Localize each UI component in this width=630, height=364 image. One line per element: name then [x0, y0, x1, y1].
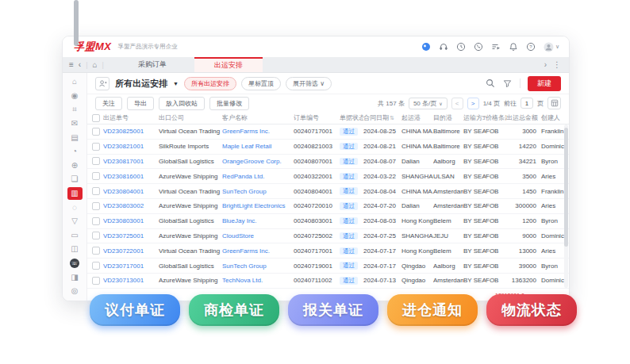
table-row[interactable]: VD230821001SilkRoute ImportsMaple Leaf R…: [87, 140, 569, 155]
cell-customer[interactable]: TechNova Ltd.: [222, 277, 294, 284]
cell-no[interactable]: VD230825001: [103, 128, 159, 135]
quick-pill-5[interactable]: 物流状态: [486, 294, 577, 326]
documents-icon[interactable]: ▭: [64, 228, 85, 243]
sort-icon[interactable]: ⇅: [390, 115, 394, 121]
table-row[interactable]: VD230803001GlobalSail LogisticsBlueJay I…: [87, 214, 569, 229]
panel-icon[interactable]: ◨: [64, 270, 85, 284]
prev-page-button[interactable]: <: [451, 98, 463, 109]
table-row[interactable]: VD230825001Virtual Ocean TradingGreenFar…: [87, 125, 569, 140]
cell-no[interactable]: VD230722001: [103, 247, 159, 255]
column-header[interactable]: 客户名称: [222, 113, 294, 122]
chat-icon[interactable]: ◌: [64, 200, 85, 214]
menu-icon[interactable]: ≡: [69, 60, 74, 69]
more-dots-icon[interactable]: ⋮: [553, 60, 561, 69]
cell-customer[interactable]: BrightLight Electronics: [222, 202, 294, 209]
cell-no[interactable]: VD230717001: [103, 262, 159, 270]
marketing-icon[interactable]: ▽: [64, 214, 85, 228]
action-button-3[interactable]: 放入回收站: [159, 97, 205, 110]
row-checkbox[interactable]: [92, 232, 100, 239]
view-title[interactable]: 所有出运安排: [115, 78, 167, 90]
quick-pill-3[interactable]: 报关单证: [288, 294, 378, 326]
column-header[interactable]: 价格条款: [486, 113, 506, 122]
column-header[interactable]: 运输方式: [463, 113, 486, 122]
select-all-checkbox[interactable]: [92, 114, 100, 122]
row-checkbox[interactable]: [92, 143, 100, 151]
back-chevron-icon[interactable]: ‹: [79, 60, 81, 69]
cell-customer[interactable]: RedPanda Ltd.: [222, 173, 294, 180]
column-settings-icon[interactable]: [547, 97, 561, 109]
row-checkbox[interactable]: [92, 202, 100, 210]
filter-pill-2[interactable]: 星标置顶: [241, 77, 281, 90]
column-header[interactable]: 创建人: [541, 113, 565, 122]
caret-down-icon[interactable]: ▼: [173, 81, 179, 86]
orders-icon[interactable]: ❏: [64, 172, 85, 186]
page-size-select[interactable]: 50 条/页∨: [409, 98, 448, 109]
scrollbar-thumb[interactable]: [564, 128, 568, 247]
column-header[interactable]: 出运单号: [103, 113, 159, 122]
view-person-icon[interactable]: [95, 77, 109, 90]
cell-customer[interactable]: GreenFarms Inc.: [222, 247, 294, 255]
compass-icon[interactable]: ◔: [64, 144, 85, 159]
cell-no[interactable]: VD230817001: [103, 158, 159, 165]
cell-no[interactable]: VD230804001: [103, 188, 159, 195]
row-checkbox[interactable]: [92, 277, 100, 285]
table-row[interactable]: VD230816001AzureWave ShippingRedPanda Lt…: [87, 169, 569, 184]
help-icon[interactable]: ?: [526, 42, 536, 52]
cell-no[interactable]: VD230803002: [103, 202, 159, 209]
row-checkbox[interactable]: [92, 217, 100, 225]
tab-2[interactable]: 出运安排: [194, 57, 263, 72]
phone-icon[interactable]: [474, 42, 484, 52]
column-header[interactable]: 订单编号: [294, 113, 340, 122]
quick-pill-1[interactable]: 议付单证: [90, 294, 180, 326]
cell-customer[interactable]: Maple Leaf Retail: [222, 143, 294, 150]
column-header[interactable]: 出运总金额: [506, 113, 541, 122]
cell-no[interactable]: VD230821001: [103, 143, 159, 150]
home-icon[interactable]: ⌂: [93, 60, 98, 69]
bell-icon[interactable]: [509, 42, 519, 52]
whatsapp-icon[interactable]: ☏: [64, 256, 85, 270]
mail-icon[interactable]: ✉: [64, 117, 85, 131]
cell-customer[interactable]: SunTech Group: [222, 188, 294, 195]
shipping-icon[interactable]: ▥: [64, 186, 85, 201]
record-icon[interactable]: ◎: [64, 284, 85, 298]
column-header[interactable]: 出口公司: [159, 113, 222, 122]
cell-no[interactable]: VD230725001: [103, 232, 159, 239]
table-row[interactable]: VD230817001GlobalSail LogisticsOrangeGro…: [87, 155, 569, 170]
headset-icon[interactable]: [439, 42, 449, 52]
action-button-1[interactable]: 关注: [95, 97, 122, 110]
cell-customer[interactable]: CloudStore: [222, 232, 294, 239]
filter-funnel-icon[interactable]: [502, 79, 513, 89]
row-checkbox[interactable]: [92, 157, 100, 165]
new-button[interactable]: 新建: [528, 76, 561, 91]
row-checkbox[interactable]: [92, 187, 100, 195]
table-row[interactable]: VD230722001Virtual Ocean TradingGreenFar…: [87, 243, 569, 259]
vertical-scrollbar[interactable]: [564, 125, 568, 288]
tab-1[interactable]: 采购订单: [110, 57, 194, 72]
cell-no[interactable]: VD230816001: [103, 173, 159, 180]
store-icon[interactable]: ▤: [64, 130, 85, 144]
action-button-4[interactable]: 批量修改: [209, 97, 249, 110]
filter-pill-1[interactable]: 所有出运安排: [184, 77, 236, 90]
clock-icon[interactable]: [456, 42, 467, 52]
row-checkbox[interactable]: [92, 247, 100, 255]
status-dot-icon[interactable]: [421, 42, 432, 52]
send-list-icon[interactable]: [491, 42, 501, 52]
row-checkbox[interactable]: [92, 262, 100, 270]
action-button-2[interactable]: 导出: [127, 97, 154, 110]
org-icon[interactable]: ⌗: [64, 102, 85, 117]
table-row[interactable]: VD230804001Virtual Ocean TradingSunTech …: [87, 184, 569, 199]
row-checkbox[interactable]: [92, 128, 100, 136]
report-icon[interactable]: ◫: [64, 242, 85, 256]
home-icon[interactable]: ⌂: [64, 75, 85, 89]
cell-customer[interactable]: GreenFarms Inc.: [222, 128, 294, 135]
goto-page-input[interactable]: 1: [521, 98, 533, 109]
table-row[interactable]: VD230725001AzureWave ShippingCloudStore0…: [87, 229, 569, 244]
user-menu[interactable]: ∨: [544, 42, 559, 52]
column-header[interactable]: 单据状态: [340, 113, 363, 122]
quick-pill-4[interactable]: 进仓通知: [387, 294, 478, 326]
cell-no[interactable]: VD230803001: [103, 217, 159, 224]
forward-chevron-icon[interactable]: ›: [544, 60, 547, 69]
row-checkbox[interactable]: [92, 172, 100, 180]
quick-pill-2[interactable]: 商检单证: [189, 294, 279, 326]
table-row[interactable]: VD230717001GlobalSail LogisticsSunTech G…: [87, 259, 569, 274]
